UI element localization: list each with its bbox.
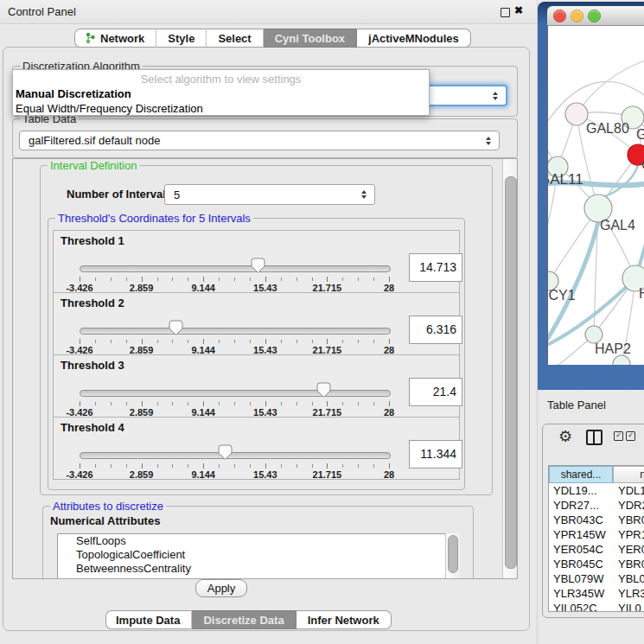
tick-mark — [342, 464, 343, 468]
attributes-group-title: Attributes to discretize — [50, 500, 166, 513]
checkbox-icon: ✓ — [626, 431, 635, 441]
tab-jactivemnodules[interactable]: jActiveMNodules — [357, 29, 471, 48]
minimize-traffic-light-icon[interactable] — [571, 10, 583, 22]
checkbox-icon: ✓ — [614, 431, 623, 441]
tick-mark — [358, 464, 359, 468]
table-row[interactable]: YDR27...YDR2 — [549, 498, 644, 513]
cell-name: YER0 — [613, 542, 644, 557]
tab-style[interactable]: Style — [156, 29, 207, 48]
table-row[interactable]: YIL052CYIL0 — [549, 601, 644, 612]
dropdown-option-manual-discretization[interactable]: Manual Discretization — [13, 87, 429, 102]
threshold-2-value-field[interactable]: 6.316 — [409, 316, 462, 344]
threshold-1-label: Threshold 1 — [61, 234, 124, 247]
tick-mark — [234, 464, 235, 468]
tick-mark — [203, 339, 204, 344]
close-icon[interactable]: ✖ — [514, 4, 523, 16]
threshold-row-2: Threshold 2 -3.4262.8599.14415.4321.7152… — [53, 292, 460, 355]
scale-label: -3.426 — [66, 469, 92, 480]
threshold-1-value-field[interactable]: 14.713 — [409, 253, 462, 282]
tick-mark — [312, 464, 313, 468]
tick-mark — [327, 463, 328, 469]
threshold-4-value-field[interactable]: 11.344 — [409, 440, 462, 469]
tick-mark — [265, 401, 266, 406]
settings-scrollbar-thumb[interactable] — [505, 176, 517, 569]
tab-label: Cyni Toolbox — [275, 32, 345, 45]
close-traffic-light-icon[interactable] — [553, 10, 566, 22]
cell-shared-name: YDR27... — [549, 498, 613, 513]
gear-icon[interactable]: ⚙ — [558, 427, 572, 446]
table-data-combo-value: galFiltered.sif default node — [29, 134, 160, 147]
threshold-2-label: Threshold 2 — [61, 296, 124, 309]
dropdown-option-equal-width-frequency[interactable]: Equal Width/Frequency Discretization — [13, 102, 429, 117]
control-panel-window: Control Panel ✖ NetworkStyleSelectCyni T… — [0, 0, 538, 644]
column-layout-icon[interactable] — [586, 430, 603, 445]
table-row[interactable]: YLR345WYLR3 — [549, 586, 644, 601]
tab-label: Network — [100, 32, 144, 45]
node-bottom-partial[interactable] — [613, 355, 630, 365]
node-label-partial-g: G — [636, 127, 644, 142]
tick-mark — [188, 277, 188, 281]
threshold-3-slider[interactable] — [80, 390, 391, 397]
table-row[interactable]: YBR045CYBR0 — [549, 557, 644, 571]
numerical-attributes-list[interactable]: SelfLoopsTopologicalCoefficientBetweenne… — [57, 533, 447, 579]
threshold-1-slider-thumb[interactable] — [251, 258, 265, 274]
tick-mark — [142, 463, 143, 469]
tab-impute-data[interactable]: Impute Data — [105, 610, 192, 629]
select-columns-icon[interactable]: ✓ ✓ — [614, 431, 635, 441]
threshold-4-slider-thumb[interactable] — [218, 444, 233, 461]
table-row[interactable]: YER054CYER0 — [549, 542, 644, 557]
table-row[interactable]: YPR145WYPR1 — [549, 527, 644, 542]
zoom-traffic-light-icon[interactable] — [588, 10, 601, 22]
attribute-item-selfloops[interactable]: SelfLoops — [58, 534, 446, 548]
tick-mark — [172, 464, 173, 468]
column-header-shared-name[interactable]: shared... — [549, 466, 613, 483]
cell-name: YPR1 — [613, 527, 644, 542]
settings-scrollbar[interactable] — [502, 159, 518, 578]
apply-button[interactable]: Apply — [195, 579, 247, 597]
tab-infer-network[interactable]: Infer Network — [296, 610, 392, 629]
threshold-1-slider[interactable] — [80, 265, 391, 272]
cell-shared-name: YDL19... — [549, 483, 613, 498]
attributes-list-scrollbar[interactable] — [445, 533, 460, 579]
cell-shared-name: YLR345W — [549, 586, 613, 601]
tick-mark — [111, 402, 112, 405]
tab-cyni-toolbox[interactable]: Cyni Toolbox — [264, 29, 357, 48]
table-row[interactable]: YBR043CYBR0 — [549, 513, 644, 527]
tick-mark — [80, 401, 80, 406]
tick-mark — [111, 464, 112, 468]
table-row[interactable]: YDL19...YDL1 — [549, 483, 644, 498]
network-window-titlebar[interactable] — [547, 6, 644, 26]
tick-mark — [142, 277, 143, 282]
tab-network[interactable]: Network — [74, 29, 156, 48]
table-row[interactable]: YBL079WYBL0 — [549, 571, 644, 586]
tab-discretize-data[interactable]: Discretize Data — [192, 610, 296, 629]
threshold-2-slider[interactable] — [80, 328, 391, 335]
threshold-2-slider-thumb[interactable] — [169, 320, 183, 336]
node-hap2[interactable] — [585, 326, 603, 343]
tab-select[interactable]: Select — [207, 29, 263, 48]
attributes-list-scrollbar-thumb[interactable] — [448, 535, 458, 573]
network-canvas[interactable]: GAL80 G C GAL11 GAL4 GCY1 H HAP2 — [547, 26, 644, 365]
threshold-3-slider-thumb[interactable] — [316, 382, 331, 399]
tick-mark — [157, 340, 158, 343]
table-data-combobox[interactable]: galFiltered.sif default node — [19, 131, 500, 150]
slider-ticks — [80, 339, 389, 345]
tick-mark — [296, 277, 297, 281]
node-label-gal4: GAL4 — [600, 218, 635, 233]
column-header-name[interactable]: na — [613, 466, 644, 483]
attribute-item-betweennesscentrality[interactable]: BetweennessCentrality — [58, 562, 446, 576]
tab-label: Infer Network — [308, 614, 379, 627]
number-of-intervals-spinner[interactable]: 5 — [164, 184, 375, 205]
threshold-4-slider[interactable] — [80, 452, 391, 459]
float-window-icon[interactable] — [501, 8, 510, 17]
tick-mark — [327, 277, 328, 282]
node-gal80[interactable] — [565, 103, 588, 125]
threshold-3-value-field[interactable]: 21.4 — [409, 378, 462, 406]
tick-mark — [95, 340, 96, 343]
tick-mark — [373, 340, 374, 343]
tick-mark — [203, 463, 204, 469]
combo-arrows-icon — [493, 92, 498, 100]
node-label-gal80: GAL80 — [586, 121, 629, 136]
threshold-3-label: Threshold 3 — [61, 359, 124, 372]
attribute-item-topologicalcoefficient[interactable]: TopologicalCoefficient — [58, 548, 446, 562]
